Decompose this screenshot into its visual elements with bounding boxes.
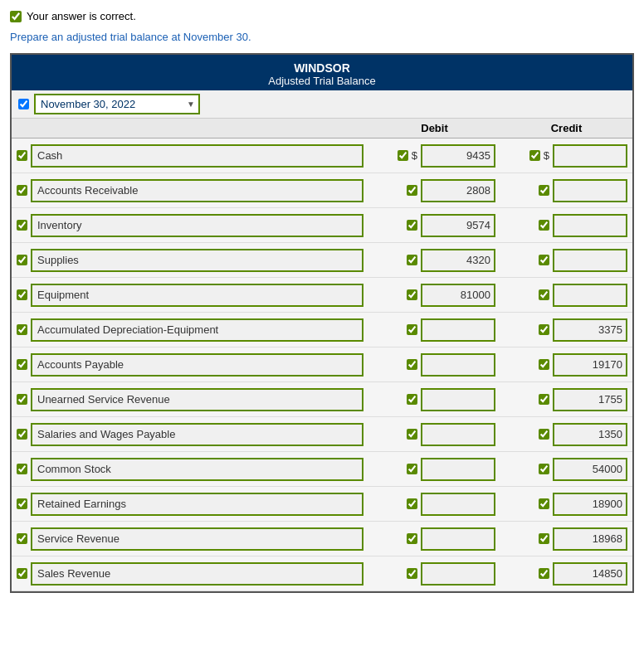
debit-check-unearned-service-revenue[interactable]	[407, 394, 417, 405]
credit-check-accounts-receivable[interactable]	[539, 185, 549, 196]
debit-input-inventory[interactable]	[421, 214, 495, 237]
account-col-header	[12, 122, 368, 134]
credit-check-inventory[interactable]	[539, 220, 549, 231]
debit-check-salaries-wages-payable[interactable]	[407, 429, 417, 440]
debit-input-service-revenue[interactable]	[421, 527, 495, 551]
credit-check-service-revenue[interactable]	[539, 533, 549, 544]
credit-check-accounts-payable[interactable]	[539, 359, 549, 370]
debit-input-equipment[interactable]	[421, 284, 495, 307]
trial-balance-table: WINDSOR Adjusted Trial Balance November …	[10, 53, 634, 593]
credit-check-supplies[interactable]	[539, 255, 549, 265]
label-check-retained-earnings[interactable]	[17, 498, 27, 509]
debit-check-supplies[interactable]	[407, 255, 417, 265]
label-cell-equipment	[12, 280, 368, 310]
table-row	[12, 522, 632, 556]
debit-check-accounts-payable[interactable]	[407, 359, 417, 370]
label-check-inventory[interactable]	[17, 220, 27, 231]
label-input-common-stock[interactable]	[31, 458, 363, 481]
credit-check-cash[interactable]	[529, 150, 540, 161]
debit-input-sales-revenue[interactable]	[421, 562, 495, 586]
credit-check-salaries-wages-payable[interactable]	[539, 429, 549, 440]
credit-input-inventory[interactable]	[553, 214, 627, 237]
credit-check-equipment[interactable]	[539, 289, 549, 300]
debit-check-sales-revenue[interactable]	[407, 568, 417, 579]
label-input-supplies[interactable]	[31, 249, 363, 272]
credit-check-accum-depreciation[interactable]	[539, 324, 549, 335]
credit-input-sales-revenue[interactable]	[553, 562, 627, 586]
label-check-supplies[interactable]	[17, 255, 27, 265]
debit-input-accum-depreciation[interactable]	[421, 318, 495, 342]
debit-check-accum-depreciation[interactable]	[407, 324, 417, 335]
date-select-wrapper[interactable]: November 30, 2022 ▼	[34, 94, 200, 114]
tb-date-row: November 30, 2022 ▼	[12, 90, 632, 119]
credit-input-retained-earnings[interactable]	[553, 493, 627, 516]
credit-input-equipment[interactable]	[553, 284, 627, 307]
debit-input-cash[interactable]	[421, 144, 495, 168]
label-check-accounts-receivable[interactable]	[17, 185, 27, 196]
debit-check-equipment[interactable]	[407, 289, 417, 300]
debit-cell-supplies	[368, 245, 500, 275]
label-input-unearned-service-revenue[interactable]	[31, 388, 363, 411]
label-input-equipment[interactable]	[31, 284, 363, 307]
label-check-unearned-service-revenue[interactable]	[17, 394, 27, 405]
date-select[interactable]: November 30, 2022	[34, 94, 200, 114]
debit-check-service-revenue[interactable]	[407, 533, 417, 544]
label-check-accum-depreciation[interactable]	[17, 324, 27, 335]
credit-input-accounts-payable[interactable]	[553, 353, 627, 377]
label-input-sales-revenue[interactable]	[31, 562, 363, 586]
label-input-salaries-wages-payable[interactable]	[31, 423, 363, 446]
label-check-salaries-wages-payable[interactable]	[17, 429, 27, 440]
label-input-inventory[interactable]	[31, 214, 363, 237]
label-check-common-stock[interactable]	[17, 464, 27, 474]
label-input-accounts-receivable[interactable]	[31, 179, 363, 202]
credit-cell-accum-depreciation	[500, 315, 632, 345]
debit-check-retained-earnings[interactable]	[407, 498, 417, 509]
debit-check-inventory[interactable]	[407, 220, 417, 231]
label-input-retained-earnings[interactable]	[31, 493, 363, 516]
label-input-service-revenue[interactable]	[31, 527, 363, 551]
credit-input-salaries-wages-payable[interactable]	[553, 423, 627, 446]
debit-input-retained-earnings[interactable]	[421, 493, 495, 516]
debit-check-cash[interactable]	[398, 150, 408, 161]
credit-cell-common-stock	[500, 454, 632, 484]
credit-input-accum-depreciation[interactable]	[553, 318, 627, 342]
debit-input-accounts-receivable[interactable]	[421, 179, 495, 202]
credit-col-header: Credit	[500, 122, 632, 134]
debit-input-supplies[interactable]	[421, 249, 495, 272]
debit-input-unearned-service-revenue[interactable]	[421, 388, 495, 411]
credit-input-cash[interactable]	[553, 144, 627, 168]
label-check-sales-revenue[interactable]	[17, 568, 27, 579]
credit-check-sales-revenue[interactable]	[539, 568, 549, 579]
credit-check-common-stock[interactable]	[539, 464, 549, 474]
credit-input-supplies[interactable]	[553, 249, 627, 272]
debit-input-accounts-payable[interactable]	[421, 353, 495, 377]
debit-cell-inventory	[368, 211, 500, 241]
debit-check-accounts-receivable[interactable]	[407, 185, 417, 196]
credit-input-unearned-service-revenue[interactable]	[553, 388, 627, 411]
label-cell-accounts-payable	[12, 350, 368, 380]
column-headers: Debit Credit	[12, 119, 632, 138]
credit-input-common-stock[interactable]	[553, 458, 627, 481]
table-row	[12, 382, 632, 417]
label-input-accum-depreciation[interactable]	[31, 318, 363, 342]
table-row	[12, 278, 632, 313]
debit-input-common-stock[interactable]	[421, 458, 495, 481]
credit-cell-accounts-receivable	[500, 176, 632, 206]
credit-check-retained-earnings[interactable]	[539, 498, 549, 509]
label-check-equipment[interactable]	[17, 289, 27, 300]
credit-input-accounts-receivable[interactable]	[553, 179, 627, 202]
debit-input-salaries-wages-payable[interactable]	[421, 423, 495, 446]
label-cell-unearned-service-revenue	[12, 385, 368, 415]
date-check[interactable]	[18, 99, 29, 109]
label-check-service-revenue[interactable]	[17, 533, 27, 544]
credit-check-unearned-service-revenue[interactable]	[539, 394, 549, 405]
table-row	[12, 487, 632, 522]
label-input-cash[interactable]	[31, 144, 363, 168]
label-input-accounts-payable[interactable]	[31, 353, 363, 377]
credit-input-service-revenue[interactable]	[553, 527, 627, 551]
debit-cell-accounts-receivable	[368, 176, 500, 206]
debit-cell-salaries-wages-payable	[368, 420, 500, 449]
label-check-cash[interactable]	[17, 150, 27, 161]
label-check-accounts-payable[interactable]	[17, 359, 27, 370]
debit-check-common-stock[interactable]	[407, 464, 417, 474]
